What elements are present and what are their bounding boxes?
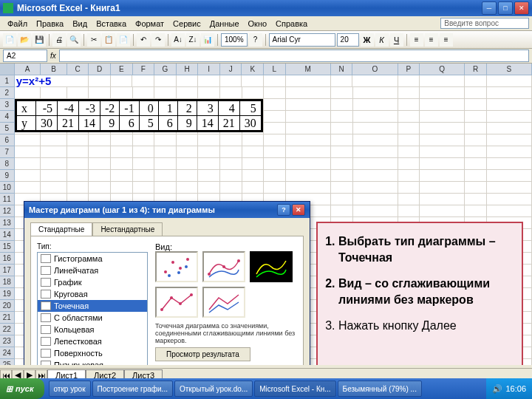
cell[interactable] (177, 170, 199, 182)
cell[interactable] (264, 170, 286, 182)
subtype-scatter-markers[interactable] (155, 251, 198, 282)
cell[interactable] (111, 170, 133, 182)
cell[interactable] (177, 158, 199, 170)
cell[interactable] (398, 158, 420, 170)
cell[interactable] (177, 134, 199, 146)
cell[interactable] (331, 194, 353, 205)
cell[interactable] (264, 75, 286, 87)
cell[interactable] (398, 123, 420, 134)
cell[interactable] (242, 134, 265, 146)
cell[interactable] (264, 158, 286, 170)
cell[interactable] (487, 87, 532, 99)
col-header-P[interactable]: P (398, 64, 420, 75)
cell[interactable] (398, 146, 420, 158)
cell[interactable] (465, 99, 487, 111)
name-box[interactable] (3, 50, 47, 62)
cell[interactable] (286, 111, 331, 123)
preview-result-button[interactable]: Просмотр результата (155, 347, 250, 361)
cell[interactable] (465, 123, 487, 134)
cell[interactable] (398, 87, 420, 99)
cell[interactable] (331, 170, 353, 182)
cell[interactable] (487, 75, 532, 87)
open-button[interactable]: 📂 (18, 33, 31, 47)
cell[interactable] (89, 170, 111, 182)
menu-data[interactable]: Данные (205, 18, 244, 30)
cell[interactable] (220, 182, 242, 194)
taskbar-task[interactable]: Построение графи... (92, 381, 173, 397)
cell[interactable] (89, 134, 111, 146)
chart-type-item[interactable]: Пузырьковая (38, 359, 147, 365)
cell[interactable] (420, 87, 465, 99)
cell[interactable] (331, 182, 353, 194)
chart-type-item[interactable]: Поверхность (38, 347, 147, 359)
col-header-H[interactable]: H (177, 64, 199, 75)
cell[interactable] (67, 158, 89, 170)
bold-button[interactable]: Ж (361, 33, 374, 47)
cell[interactable] (133, 170, 155, 182)
tab-standard[interactable]: Стандартные (30, 222, 92, 236)
maximize-button[interactable]: □ (498, 1, 513, 15)
cell[interactable] (353, 158, 398, 170)
cell[interactable] (242, 87, 265, 99)
print-button[interactable]: 🖨 (52, 33, 66, 47)
copy-button[interactable]: 📋 (102, 33, 115, 47)
col-header-I[interactable]: I (198, 64, 220, 75)
cell[interactable] (353, 134, 398, 146)
row-header[interactable]: 19 (0, 288, 15, 300)
row-header[interactable]: 9 (0, 170, 15, 182)
chart-type-item[interactable]: Линейчатая (38, 265, 147, 276)
col-header-C[interactable]: C (67, 64, 89, 75)
col-header-S[interactable]: S (487, 64, 532, 75)
cell[interactable] (15, 87, 41, 99)
cell[interactable] (398, 111, 420, 123)
cell[interactable] (154, 75, 177, 87)
cell[interactable] (353, 170, 398, 182)
row-header[interactable]: 13 (0, 217, 15, 229)
cell[interactable] (89, 146, 111, 158)
cell[interactable] (111, 75, 133, 87)
chart-type-item[interactable]: Гистограмма (38, 253, 147, 265)
cell[interactable] (286, 123, 331, 134)
cell[interactable] (132, 75, 154, 87)
cell[interactable] (89, 182, 111, 194)
cell[interactable] (220, 170, 242, 182)
zoom-select[interactable]: 100% (221, 33, 248, 47)
taskbar-task[interactable]: откр урок (49, 381, 91, 397)
cell[interactable] (154, 134, 177, 146)
cell[interactable] (286, 146, 331, 158)
cell[interactable] (286, 170, 331, 182)
chart-type-item[interactable]: График (38, 276, 147, 288)
cell[interactable] (133, 158, 155, 170)
cell[interactable] (111, 87, 133, 99)
cell[interactable] (398, 205, 420, 217)
row-header[interactable]: 4 (0, 111, 15, 123)
cell[interactable] (154, 87, 177, 99)
row-header[interactable]: 25 (0, 359, 15, 365)
cell[interactable] (286, 158, 331, 170)
cell[interactable] (242, 170, 265, 182)
cut-button[interactable]: ✂ (87, 33, 100, 47)
cell[interactable] (41, 182, 67, 194)
cell[interactable] (41, 146, 67, 158)
cell[interactable] (198, 87, 220, 99)
cell[interactable] (398, 170, 420, 182)
cell[interactable] (353, 111, 398, 123)
menu-insert[interactable]: Вставка (92, 18, 131, 30)
close-button[interactable]: ✕ (514, 1, 529, 15)
cell[interactable] (15, 158, 41, 170)
cell[interactable] (487, 99, 532, 111)
cell[interactable] (220, 75, 242, 87)
tab-custom[interactable]: Нестандартные (92, 222, 163, 236)
fontsize-select[interactable]: 20 (337, 33, 359, 47)
paste-button[interactable]: 📄 (117, 33, 130, 47)
cell[interactable] (286, 99, 331, 111)
cell[interactable] (41, 134, 67, 146)
cell[interactable] (220, 134, 242, 146)
font-select[interactable]: Arial Cyr (269, 33, 335, 47)
cell[interactable] (487, 194, 532, 205)
cell[interactable] (67, 134, 89, 146)
row-header[interactable]: 11 (0, 194, 15, 205)
cell[interactable] (487, 123, 532, 134)
undo-button[interactable]: ↶ (137, 33, 150, 47)
cell[interactable] (398, 194, 420, 205)
